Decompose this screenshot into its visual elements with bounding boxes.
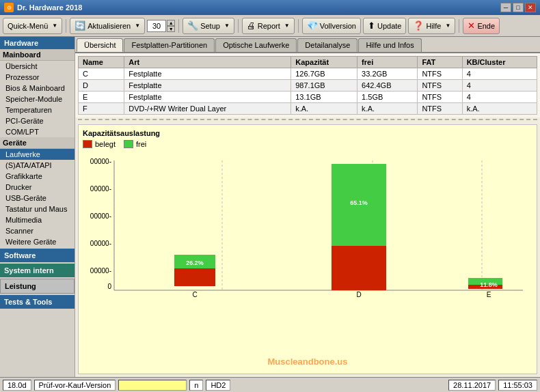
sidebar-item-bios[interactable]: Bios & Mainboard (0, 83, 75, 94)
col-name: Name (79, 57, 124, 68)
setup-icon: 🔧 (187, 20, 198, 31)
status-date: 28.11.2017 (448, 380, 496, 391)
status-bar: 18.0d Prüf-vor-Kauf-Version n HD2 28.11.… (0, 377, 540, 392)
sidebar-software-header[interactable]: Software (0, 249, 75, 262)
sidebar-item-comlpt[interactable]: COM/LPT (0, 126, 75, 137)
cell-r3-c3: k.A. (357, 103, 418, 115)
watermark: Muscleandbone.us (267, 356, 347, 367)
table-row[interactable]: FDVD-/+RW Writer Dual Layerk.A.k.A.NTFSk… (79, 103, 537, 115)
tab-detailanalyse[interactable]: Detailanalyse (297, 38, 357, 52)
vollversion-button[interactable]: 💎 Vollversion (302, 18, 361, 34)
legend-frei-box (124, 140, 133, 148)
sidebar-item-prozessor[interactable]: Prozessor (0, 72, 75, 83)
cell-r0-c5: 4 (462, 68, 537, 80)
report-button[interactable]: 🖨 Report ▼ (242, 18, 295, 34)
sidebar-item-laufwerke[interactable]: Laufwerke (0, 149, 75, 160)
hilfe-button[interactable]: ❓ Hilfe ▼ (408, 18, 455, 34)
ende-button[interactable]: ✕ Ende (463, 18, 500, 34)
aktualisieren-label: Aktualisieren (87, 22, 131, 30)
bar-e-pct-label: 11.8% (480, 281, 498, 288)
sidebar-item-usb[interactable]: USB-Geräte (0, 193, 75, 204)
sidebar-item-multimedia[interactable]: Multimedia (0, 214, 75, 225)
legend-frei-label: frei (136, 140, 146, 148)
y-label-4: 00000- (90, 185, 111, 193)
cell-r3-c0: F (79, 103, 124, 115)
cell-r0-c2: 126.7GB (291, 68, 357, 80)
main-layout: Hardware Mainboard Übersicht Prozessor B… (0, 37, 540, 377)
sidebar: Hardware Mainboard Übersicht Prozessor B… (0, 37, 75, 377)
status-yellow (118, 380, 187, 391)
drive-table-body: CFestplatte126.7GB33.2GBNTFS4DFestplatte… (79, 68, 537, 115)
cell-r0-c4: NTFS (418, 68, 462, 80)
x-label-d: D (356, 291, 361, 297)
tab-bar: Übersicht Festplatten-Partitionen Optisc… (75, 37, 540, 53)
report-label: Report (258, 22, 280, 30)
toolbar-sep-2 (178, 19, 179, 33)
table-row[interactable]: EFestplatte13.1GB1.5GBNTFS4 (79, 92, 537, 103)
vollversion-label: Vollversion (320, 22, 356, 30)
col-frei: frei (357, 57, 418, 68)
bar-d-belegt (332, 246, 386, 290)
sidebar-item-tastatur[interactable]: Tastatur und Maus (0, 204, 75, 214)
close-button[interactable]: ✕ (525, 3, 536, 12)
toolbar: Quick-Menü ▼ 🔄 Aktualisieren ▼ ▲ ▼ 🔧 Set… (0, 15, 540, 37)
sidebar-item-ubersicht[interactable]: Übersicht (0, 61, 75, 72)
title-bar: ⚙ Dr. Hardware 2018 ─ □ ✕ (0, 0, 540, 15)
col-art: Art (124, 57, 291, 68)
table-row[interactable]: DFestplatte987.1GB642.4GBNTFS4 (79, 80, 537, 92)
spinner-buttons: ▲ ▼ (167, 20, 175, 32)
sidebar-hardware-header[interactable]: Hardware (0, 37, 75, 49)
legend-frei: frei (124, 140, 146, 148)
table-row[interactable]: CFestplatte126.7GB33.2GBNTFS4 (79, 68, 537, 80)
tab-ubersicht[interactable]: Übersicht (77, 38, 123, 52)
sidebar-geraete-section: Geräte (0, 137, 75, 149)
tab-optische[interactable]: Optische Laufwerke (215, 38, 297, 52)
sidebar-item-weitere[interactable]: Weitere Geräte (0, 236, 75, 247)
cell-r3-c2: k.A. (291, 103, 357, 115)
sidebar-system-header[interactable]: System intern (0, 264, 75, 277)
x-label-c: C (192, 291, 197, 297)
chart-svg: 00000- 00000- 00000- 00000- 00000- 0 (83, 154, 532, 297)
maximize-button[interactable]: □ (513, 3, 524, 12)
report-arrow: ▼ (284, 23, 290, 29)
sidebar-item-sata[interactable]: (S)ATA/ATAPI (0, 160, 75, 171)
sidebar-tests-header[interactable]: Tests & Tools (0, 295, 75, 309)
dotted-separator (78, 119, 537, 120)
tab-hilfe[interactable]: Hilfe und Infos (358, 38, 421, 52)
cell-r1-c4: NTFS (418, 80, 462, 92)
sidebar-item-pci[interactable]: PCI-Geräte (0, 115, 75, 126)
cell-r1-c1: Festplatte (124, 80, 291, 92)
chart-area: Kapazitätsauslastung belegt frei 00000- … (78, 124, 537, 374)
ende-label: Ende (477, 22, 495, 30)
y-label-0: 0 (107, 283, 111, 290)
aktualisieren-button[interactable]: 🔄 Aktualisieren ▼ (70, 18, 145, 34)
setup-arrow: ▼ (224, 23, 230, 29)
sidebar-item-speicher[interactable]: Speicher-Module (0, 94, 75, 104)
cell-r1-c5: 4 (462, 80, 537, 92)
sidebar-item-grafikkarte[interactable]: Grafikkarte (0, 171, 75, 182)
bar-c-belegt (174, 268, 215, 286)
spinner-wrap: ▲ ▼ (147, 20, 175, 32)
cell-r0-c0: C (79, 68, 124, 80)
sidebar-item-scanner[interactable]: Scanner (0, 225, 75, 236)
chart-legend: belegt frei (83, 140, 532, 148)
y-label-5: 00000- (90, 158, 111, 165)
aktualisieren-arrow: ▼ (135, 23, 140, 29)
sidebar-leistung-header[interactable]: Leistung (0, 279, 75, 294)
table-area: Name Art Kapazität frei FAT KB/Cluster C… (75, 53, 540, 117)
sidebar-item-drucker[interactable]: Drucker (0, 182, 75, 193)
cell-r3-c5: k.A. (462, 103, 537, 115)
vollversion-icon: 💎 (307, 20, 318, 31)
col-fat: FAT (418, 57, 462, 68)
quick-menu-button[interactable]: Quick-Menü ▼ (3, 18, 62, 34)
spinner-down[interactable]: ▼ (167, 26, 175, 32)
spinner-up[interactable]: ▲ (167, 20, 175, 26)
y-label-1: 00000- (90, 267, 111, 275)
sidebar-item-temperaturen[interactable]: Temperaturen (0, 104, 75, 115)
setup-button[interactable]: 🔧 Setup ▼ (183, 18, 234, 34)
minimize-button[interactable]: ─ (500, 3, 511, 12)
tab-festplatten[interactable]: Festplatten-Partitionen (124, 38, 215, 52)
cell-r0-c3: 33.2GB (357, 68, 418, 80)
update-button[interactable]: ⬆ Update (363, 18, 406, 34)
spinner-input[interactable] (147, 20, 166, 32)
